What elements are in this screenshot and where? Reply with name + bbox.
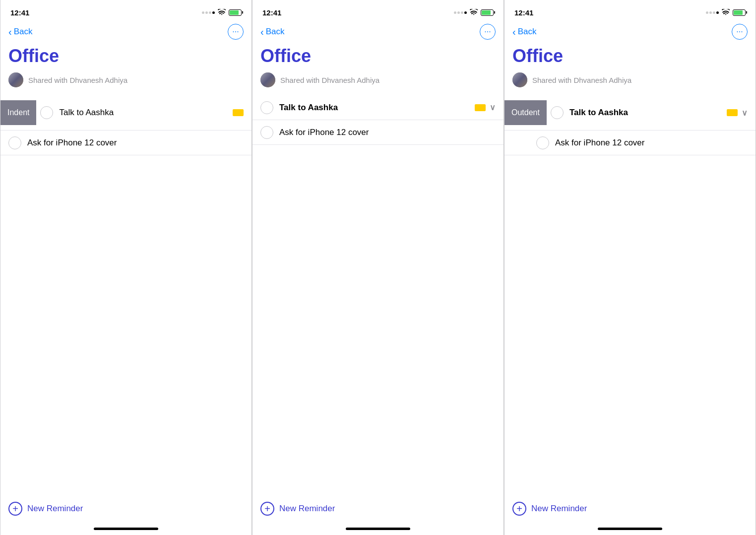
battery-fill-1 xyxy=(230,10,239,15)
item-checkbox-3-1[interactable] xyxy=(551,106,564,119)
item-checkbox-3-2[interactable] xyxy=(536,136,549,149)
list-item-1-2[interactable]: Ask for iPhone 12 cover xyxy=(0,131,252,155)
status-bar-2: 12:41 xyxy=(252,0,504,22)
list-container-3: Outdent Talk to Aashka ∨ Ask for iPhone … xyxy=(504,95,756,295)
item-text-3-2: Ask for iPhone 12 cover xyxy=(555,138,748,148)
new-reminder-row-3[interactable]: + New Reminder xyxy=(504,494,756,524)
flag-icon-2-1 xyxy=(475,104,486,111)
item-checkbox-1-1[interactable] xyxy=(40,106,53,119)
shared-text-2: Shared with Dhvanesh Adhiya xyxy=(280,76,379,84)
flag-icon-1-1 xyxy=(233,109,244,116)
list-item-3-1[interactable]: Outdent Talk to Aashka ∨ xyxy=(504,95,756,131)
list-item-2-2[interactable]: Ask for iPhone 12 cover xyxy=(252,120,504,145)
status-bar-1: 12:41 xyxy=(0,0,252,22)
home-indicator-1 xyxy=(94,528,158,530)
signal-dot xyxy=(709,11,712,14)
item-text-1-2: Ask for iPhone 12 cover xyxy=(27,138,244,148)
more-dots-icon-2: ··· xyxy=(484,27,491,36)
new-reminder-row-2[interactable]: + New Reminder xyxy=(252,494,504,524)
item-right-1-1 xyxy=(233,109,244,116)
signal-icon-2 xyxy=(454,11,467,14)
back-button-3[interactable]: ‹ Back xyxy=(512,27,536,37)
signal-dot xyxy=(202,11,204,14)
plus-circle-icon-2: + xyxy=(260,502,274,516)
shared-row-1: Shared with Dhvanesh Adhiya xyxy=(0,70,252,95)
nav-bar-3: ‹ Back ··· xyxy=(504,22,756,44)
plus-circle-icon-3: + xyxy=(512,502,526,516)
shared-row-2: Shared with Dhvanesh Adhiya xyxy=(252,70,504,95)
signal-dot xyxy=(209,11,211,14)
status-time-1: 12:41 xyxy=(10,8,29,17)
wifi-icon-3 xyxy=(722,8,730,16)
new-reminder-text-1: New Reminder xyxy=(27,504,83,514)
status-bar-3: 12:41 xyxy=(504,0,756,22)
list-container-2: Talk to Aashka ∨ Ask for iPhone 12 cover xyxy=(252,95,504,295)
back-label-2: Back xyxy=(266,27,285,37)
back-button-1[interactable]: ‹ Back xyxy=(8,27,32,37)
home-indicator-3 xyxy=(598,528,662,530)
indent-button-1[interactable]: Indent xyxy=(0,100,36,125)
phone-3: 12:41 ‹ Back ··· Office xyxy=(504,0,756,535)
avatar-image-3 xyxy=(512,72,527,87)
battery-fill-3 xyxy=(734,10,743,15)
signal-dot xyxy=(457,11,460,14)
signal-dot xyxy=(205,11,208,14)
avatar-image-2 xyxy=(260,72,275,87)
back-button-2[interactable]: ‹ Back xyxy=(260,27,284,37)
more-button-2[interactable]: ··· xyxy=(480,24,496,40)
new-reminder-text-2: New Reminder xyxy=(279,504,335,514)
phone-1: 12:41 ‹ Back ··· Office xyxy=(0,0,252,535)
item-text-1-1: Talk to Aashka xyxy=(59,108,233,118)
status-icons-3 xyxy=(706,8,746,16)
flag-icon-3-1 xyxy=(727,109,738,116)
status-icons-1 xyxy=(202,8,242,16)
signal-dot-active xyxy=(716,11,719,14)
back-label-3: Back xyxy=(518,27,537,37)
list-item-1-1[interactable]: Indent Talk to Aashka xyxy=(0,95,252,131)
status-time-3: 12:41 xyxy=(514,8,533,17)
list-item-2-1[interactable]: Talk to Aashka ∨ xyxy=(252,95,504,120)
home-indicator-2 xyxy=(346,528,410,530)
nav-bar-2: ‹ Back ··· xyxy=(252,22,504,44)
signal-dot xyxy=(461,11,463,14)
shared-row-3: Shared with Dhvanesh Adhiya xyxy=(504,70,756,95)
battery-fill-2 xyxy=(482,10,491,15)
avatar-2 xyxy=(260,72,275,87)
battery-icon-2 xyxy=(481,9,494,16)
new-reminder-row-1[interactable]: + New Reminder xyxy=(0,494,252,524)
status-time-2: 12:41 xyxy=(262,8,281,17)
page-title-1: Office xyxy=(0,44,252,70)
more-button-1[interactable]: ··· xyxy=(228,24,244,40)
item-checkbox-2-2[interactable] xyxy=(260,126,273,139)
page-title-2: Office xyxy=(252,44,504,70)
page-title-3: Office xyxy=(504,44,756,70)
battery-icon-3 xyxy=(733,9,746,16)
wifi-icon-2 xyxy=(470,8,478,16)
list-container-1: Indent Talk to Aashka Ask for iPhone 12 … xyxy=(0,95,252,295)
status-icons-2 xyxy=(454,8,494,16)
item-text-2-1: Talk to Aashka xyxy=(279,103,475,113)
more-button-3[interactable]: ··· xyxy=(732,24,748,40)
signal-icon-3 xyxy=(706,11,719,14)
back-chevron-icon-3: ‹ xyxy=(512,27,516,37)
item-right-3-1: ∨ xyxy=(727,108,748,118)
wifi-icon-1 xyxy=(218,8,226,16)
item-checkbox-1-2[interactable] xyxy=(8,136,21,149)
item-right-2-1: ∨ xyxy=(475,103,496,112)
item-text-2-2: Ask for iPhone 12 cover xyxy=(279,128,496,137)
chevron-down-icon-3-1: ∨ xyxy=(742,108,748,118)
item-checkbox-2-1[interactable] xyxy=(260,101,273,114)
signal-dot-active xyxy=(464,11,467,14)
shared-text-3: Shared with Dhvanesh Adhiya xyxy=(532,76,631,84)
back-chevron-icon-1: ‹ xyxy=(8,27,12,37)
outdent-button-3[interactable]: Outdent xyxy=(504,100,547,125)
signal-icon-1 xyxy=(202,11,215,14)
list-item-3-2[interactable]: Ask for iPhone 12 cover xyxy=(504,131,756,155)
back-label-1: Back xyxy=(14,27,33,37)
phone-2: 12:41 ‹ Back ··· Office xyxy=(252,0,504,535)
new-reminder-text-3: New Reminder xyxy=(531,504,587,514)
avatar-3 xyxy=(512,72,527,87)
avatar-1 xyxy=(8,72,23,87)
more-dots-icon-3: ··· xyxy=(736,27,743,36)
signal-dot xyxy=(454,11,456,14)
